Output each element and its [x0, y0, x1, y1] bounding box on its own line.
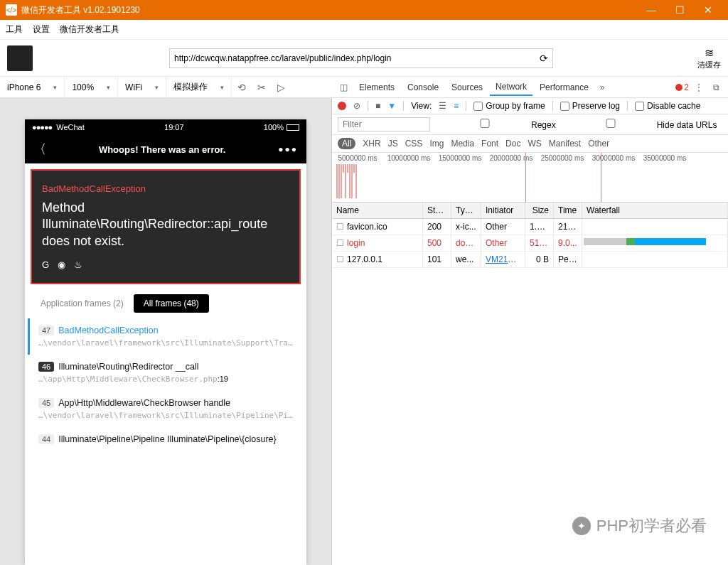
type-ws[interactable]: WS — [528, 139, 541, 149]
error-count[interactable]: 2 — [675, 82, 689, 92]
zoom-select[interactable]: 100%▾ — [65, 77, 118, 98]
timeline[interactable]: 5000000 ms10000000 ms15000000 ms20000000… — [332, 153, 728, 203]
tab-all-frames[interactable]: All frames (48) — [134, 294, 209, 313]
preserve-log-checkbox[interactable]: Preserve log — [560, 101, 620, 111]
tab-performance[interactable]: Performance — [534, 80, 594, 95]
dock-icon[interactable]: ⧉ — [709, 80, 724, 95]
menu-tools[interactable]: 工具 — [6, 23, 23, 36]
menubar: 工具 设置 微信开发者工具 — [0, 20, 728, 40]
filter-icon[interactable]: ▼ — [387, 101, 396, 111]
network-table: Name Stat... Type▴ Initiator Size Time W… — [332, 203, 728, 565]
collapse-icon[interactable]: ▷ — [272, 82, 291, 93]
menu-devtools[interactable]: 微信开发者工具 — [60, 23, 119, 36]
back-icon[interactable]: 〈 — [33, 141, 46, 158]
type-doc[interactable]: Doc — [505, 139, 520, 149]
google-icon[interactable]: G — [42, 259, 49, 270]
large-view-icon[interactable]: ≡ — [454, 101, 459, 111]
network-toolbar: ⊘ ■ ▼ View: ☰ ≡ Group by frame Preserve … — [332, 98, 728, 114]
phone-preview: ●●●●● WeChat 19:07 100% 〈 Whoops! There … — [25, 119, 306, 565]
view-label: View: — [411, 101, 432, 111]
tab-console[interactable]: Console — [402, 80, 444, 95]
frames-list: 47BadMethodCallException…\vendor\laravel… — [28, 318, 304, 451]
rotate-icon[interactable]: ⟲ — [232, 82, 252, 93]
exception-message: Method Illuminate\Routing\Redirector::ap… — [42, 200, 289, 249]
stack-icon[interactable]: ♨ — [74, 259, 82, 270]
type-font[interactable]: Font — [481, 139, 498, 149]
refresh-icon[interactable]: ⟳ — [540, 53, 548, 64]
tab-network[interactable]: Network — [490, 79, 532, 96]
filter-input[interactable] — [338, 117, 430, 131]
table-row[interactable]: login500doc...Other515...9.0... — [332, 235, 728, 252]
settings-icon[interactable]: ⋮ — [690, 80, 707, 95]
type-js[interactable]: JS — [388, 139, 398, 149]
more-icon[interactable]: ●●● — [278, 144, 298, 154]
mock-select[interactable]: 模拟操作▾ — [166, 77, 232, 98]
type-filter-bar: All XHR JS CSS Img Media Font Doc WS Man… — [332, 135, 728, 153]
layers-icon: ≋ — [697, 46, 721, 60]
frame-tabs: Application frames (2) All frames (48) — [31, 294, 301, 313]
minimize-button[interactable]: — — [637, 4, 665, 16]
filter-bar: Regex Hide data URLs — [332, 114, 728, 135]
exception-name: BadMethodCallException — [42, 183, 289, 194]
url-bar: ⟳ — [169, 48, 553, 68]
subbar: iPhone 6▾ 100%▾ WiFi▾ 模拟操作▾ ⟲ ✂ ▷ ◫ Elem… — [0, 77, 728, 98]
type-xhr[interactable]: XHR — [363, 139, 380, 149]
type-img[interactable]: Img — [429, 139, 444, 149]
clear-icon[interactable]: ⊘ — [353, 101, 360, 111]
frame-item[interactable]: 44Illuminate\Pipeline\Pipeline Illuminat… — [28, 427, 304, 451]
avatar[interactable] — [7, 45, 33, 71]
frame-item[interactable]: 47BadMethodCallException…\vendor\laravel… — [28, 318, 304, 355]
menu-settings[interactable]: 设置 — [33, 23, 50, 36]
url-input[interactable] — [174, 53, 540, 63]
frame-item[interactable]: 45App\Http\Middleware\CheckBrowser handl… — [28, 391, 304, 427]
type-other[interactable]: Other — [588, 139, 609, 149]
regex-checkbox[interactable]: Regex — [439, 119, 556, 130]
table-row[interactable]: 127.0.0.1101we...VM2186:10 BPen... — [332, 252, 728, 268]
app-logo-icon: </> — [6, 4, 17, 16]
table-header: Name Stat... Type▴ Initiator Size Time W… — [332, 203, 728, 219]
close-button[interactable]: ✕ — [694, 4, 722, 16]
more-tabs-icon[interactable]: » — [596, 80, 609, 95]
devtools-tabs: ◫ Elements Console Sources Network Perfo… — [331, 79, 728, 96]
hide-urls-checkbox[interactable]: Hide data URLs — [564, 119, 717, 130]
cut-icon[interactable]: ✂ — [252, 82, 272, 93]
device-select[interactable]: iPhone 6▾ — [0, 77, 65, 98]
watermark: ✦ PHP初学者必看 — [572, 515, 707, 537]
signal-icon: ●●●●● — [32, 123, 52, 131]
type-css[interactable]: CSS — [405, 139, 423, 149]
titlebar: </> 微信开发者工具 v1.02.1901230 — ☐ ✕ — [0, 0, 728, 20]
tab-sources[interactable]: Sources — [446, 80, 488, 95]
network-select[interactable]: WiFi▾ — [118, 77, 166, 98]
tab-app-frames[interactable]: Application frames (2) — [31, 294, 134, 313]
disable-cache-checkbox[interactable]: Disable cache — [635, 101, 700, 111]
page-title: Whoops! There was an error. — [46, 144, 278, 155]
simulator-panel: ●●●●● WeChat 19:07 100% 〈 Whoops! There … — [0, 98, 331, 565]
devtools-panel: ⊘ ■ ▼ View: ☰ ≡ Group by frame Preserve … — [331, 98, 728, 565]
list-view-icon[interactable]: ☰ — [439, 101, 446, 111]
clear-cache-button[interactable]: ≋ 清缓存 — [697, 46, 721, 70]
group-by-frame-checkbox[interactable]: Group by frame — [473, 101, 545, 111]
type-media[interactable]: Media — [451, 139, 474, 149]
maximize-button[interactable]: ☐ — [665, 4, 694, 16]
tab-elements[interactable]: Elements — [353, 80, 400, 95]
phone-statusbar: ●●●●● WeChat 19:07 100% — [25, 119, 306, 135]
table-row[interactable]: favicon.ico200x-ic...Other1.9 ...217... — [332, 219, 728, 235]
type-all[interactable]: All — [338, 138, 355, 149]
globe-icon[interactable]: ◉ — [58, 259, 65, 270]
error-block: BadMethodCallException Method Illuminate… — [31, 169, 301, 284]
camera-icon[interactable]: ■ — [375, 101, 380, 111]
frame-item[interactable]: 46Illuminate\Routing\Redirector __call…\… — [28, 355, 304, 391]
window-title: 微信开发者工具 v1.02.1901230 — [21, 4, 140, 16]
type-manifest[interactable]: Manifest — [549, 139, 581, 149]
inspect-icon[interactable]: ◫ — [336, 80, 352, 95]
battery-icon — [287, 124, 299, 131]
phone-navbar: 〈 Whoops! There was an error. ●●● — [25, 135, 306, 163]
toolbar: ⟳ ≋ 清缓存 — [0, 40, 728, 77]
record-button[interactable] — [338, 102, 346, 110]
wechat-icon: ✦ — [572, 517, 591, 535]
